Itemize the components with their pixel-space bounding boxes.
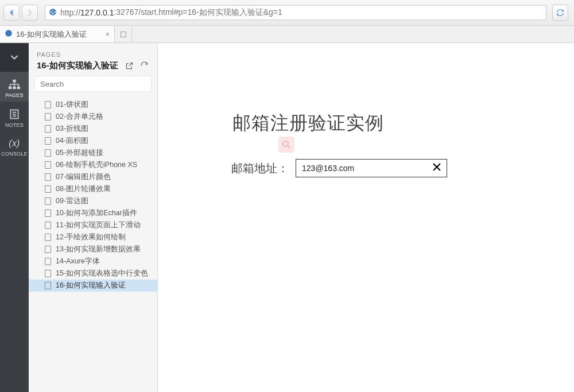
clear-input-button[interactable] — [428, 162, 442, 175]
page-icon — [45, 270, 51, 277]
page-icon — [45, 282, 51, 289]
ie-favicon-icon — [49, 8, 57, 18]
rail-pages[interactable]: PAGES — [0, 72, 29, 102]
sidebar-page-label: 09-雷达图 — [56, 196, 88, 206]
page-icon — [45, 161, 51, 169]
svg-rect-4 — [17, 87, 21, 90]
svg-rect-2 — [9, 87, 11, 90]
sidebar-page-item[interactable]: 12-手绘效果如何绘制 — [29, 231, 157, 243]
content-heading: 邮箱注册验证实例 — [232, 111, 384, 136]
sidebar-page-item[interactable]: 08-图片轮播效果 — [29, 183, 157, 195]
sidebar-page-label: 02-合并单元格 — [56, 112, 103, 122]
rail-notes-label: NOTES — [5, 122, 24, 128]
browser-tab[interactable]: 16-如何实现输入验证 × — [0, 26, 115, 42]
canvas: 邮箱注册验证实例 邮箱地址： — [158, 43, 574, 392]
sidebar: PAGES 16-如何实现输入验证 01-饼状图02-合并单元格03-折线图04… — [29, 43, 158, 392]
tab-title: 16-如何实现输入验证 — [16, 29, 87, 40]
sidebar-page-item[interactable]: 10-如何与添加Echar插件 — [29, 207, 157, 219]
rail-notes[interactable]: NOTES — [0, 102, 29, 131]
rail-collapse-button[interactable] — [0, 43, 29, 72]
sidebar-page-label: 12-手绘效果如何绘制 — [56, 232, 126, 242]
rail-pages-label: PAGES — [5, 92, 23, 98]
sidebar-page-item[interactable]: 11-如何实现页面上下滑动 — [29, 219, 157, 231]
page-icon — [45, 197, 51, 205]
sidebar-page-label: 11-如何实现页面上下滑动 — [56, 220, 141, 230]
share-icon — [125, 61, 134, 70]
sidebar-page-label: 06-绘制手机壳iPhone XS — [56, 160, 137, 170]
variable-icon: (x) — [0, 138, 29, 149]
sidebar-page-item[interactable]: 07-编辑图片颜色 — [29, 171, 157, 183]
email-label: 邮箱地址： — [231, 161, 289, 176]
sidebar-section-label: PAGES — [37, 51, 149, 58]
sidebar-page-item[interactable]: 02-合并单元格 — [29, 111, 157, 123]
page-icon — [45, 185, 51, 193]
nav-back-button[interactable] — [3, 5, 20, 21]
nav-forward-button[interactable] — [22, 5, 38, 21]
page-icon — [45, 209, 51, 217]
sidebar-page-item[interactable]: 13-如何实现新增数据效果 — [29, 243, 157, 255]
page-icon — [45, 222, 51, 229]
page-icon — [45, 125, 51, 133]
sidebar-header: PAGES 16-如何实现输入验证 — [29, 43, 157, 76]
sidebar-page-item[interactable]: 01-饼状图 — [29, 99, 157, 111]
address-bar[interactable]: http://127.0.0.1:32767/start.html#p=16-如… — [45, 5, 546, 20]
search-input[interactable] — [34, 76, 152, 92]
sidebar-page-label: 10-如何与添加Echar插件 — [56, 208, 137, 218]
page-icon — [45, 234, 51, 241]
sidebar-page-item[interactable]: 16-如何实现输入验证 — [29, 280, 157, 292]
url-scheme: http:// — [60, 8, 80, 17]
page-icon — [45, 137, 51, 145]
page-title: 16-如何实现输入验证 — [37, 60, 119, 71]
refresh-icon — [556, 8, 565, 17]
sidebar-page-item[interactable]: 09-雷达图 — [29, 195, 157, 207]
new-tab-icon — [120, 31, 127, 38]
page-tree[interactable]: 01-饼状图02-合并单元格03-折线图04-面积图05-外部超链接06-绘制手… — [29, 96, 157, 392]
sidebar-page-label: 08-图片轮播效果 — [56, 184, 111, 194]
sidebar-page-label: 16-如何实现输入验证 — [56, 281, 126, 290]
left-rail: PAGES NOTES (x) CONSOLE — [0, 43, 29, 392]
tab-strip: 16-如何实现输入验证 × — [0, 26, 574, 43]
svg-rect-1 — [13, 80, 16, 83]
app-body: PAGES NOTES (x) CONSOLE PAGES 16-如何实现输入验… — [0, 43, 574, 392]
email-input-wrap — [296, 159, 447, 177]
sidebar-search — [29, 76, 157, 96]
new-tab-button[interactable] — [115, 26, 132, 42]
arrow-left-icon — [6, 7, 17, 18]
svg-rect-0 — [121, 32, 126, 37]
tab-favicon-icon — [5, 29, 13, 39]
sidebar-page-label: 14-Axure字体 — [56, 257, 100, 266]
sidebar-page-item[interactable]: 03-折线图 — [29, 123, 157, 135]
chevron-down-icon — [9, 52, 20, 63]
page-icon — [45, 113, 51, 121]
email-form-row: 邮箱地址： — [231, 159, 447, 177]
email-field[interactable] — [301, 163, 428, 173]
search-watermark-icon — [278, 137, 294, 153]
sidebar-page-item[interactable]: 06-绘制手机壳iPhone XS — [29, 159, 157, 171]
page-icon — [45, 149, 51, 157]
browser-toolbar: http://127.0.0.1:32767/start.html#p=16-如… — [0, 0, 574, 26]
sidebar-page-label: 05-外部超链接 — [56, 148, 103, 158]
rail-console-label: CONSOLE — [1, 151, 27, 157]
refresh-button[interactable] — [552, 5, 568, 21]
sidebar-page-label: 04-面积图 — [56, 136, 88, 146]
page-icon — [45, 101, 51, 108]
share-button[interactable] — [124, 61, 134, 71]
sidebar-page-item[interactable]: 05-外部超链接 — [29, 147, 157, 159]
sidebar-page-item[interactable]: 14-Axure字体 — [29, 255, 157, 267]
rail-console[interactable]: (x) CONSOLE — [0, 131, 29, 160]
svg-point-6 — [283, 141, 288, 146]
rotate-icon — [140, 61, 149, 70]
url-path: :32767/start.html#p=16-如何实现输入验证&g=1 — [114, 7, 282, 18]
sidebar-page-item[interactable]: 04-面积图 — [29, 135, 157, 147]
refresh-page-button[interactable] — [139, 61, 149, 71]
sidebar-page-label: 15-如何实现表格选中行变色 — [56, 269, 148, 278]
page-icon — [45, 173, 51, 181]
page-icon — [45, 258, 51, 265]
tab-close-button[interactable]: × — [105, 30, 110, 38]
sidebar-page-item[interactable]: 15-如何实现表格选中行变色 — [29, 267, 157, 280]
sidebar-page-label: 13-如何实现新增数据效果 — [56, 244, 141, 254]
svg-rect-3 — [13, 87, 16, 90]
page-icon — [45, 246, 51, 253]
close-icon — [432, 162, 442, 172]
sidebar-page-label: 03-折线图 — [56, 124, 88, 134]
